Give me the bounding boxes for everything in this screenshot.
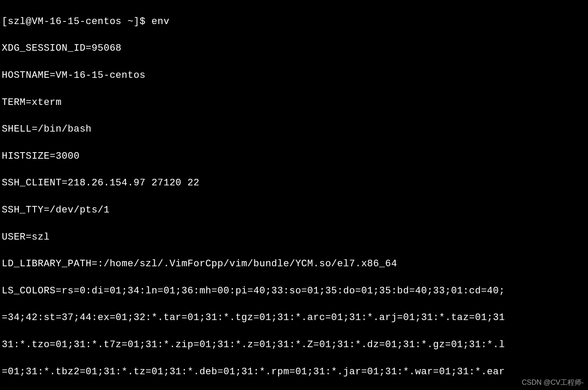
env-line: =01;31:*.tbz2=01;31:*.tz=01;31:*.deb=01;… bbox=[2, 366, 588, 379]
watermark-text: CSDN @CV工程师- bbox=[522, 378, 584, 387]
env-line: SSH_TTY=/dev/pts/1 bbox=[2, 204, 588, 217]
env-line: HOSTNAME=VM-16-15-centos bbox=[2, 69, 588, 83]
env-line: XDG_SESSION_ID=95068 bbox=[2, 42, 588, 56]
env-line: USER=szl bbox=[2, 231, 588, 244]
terminal-output[interactable]: [szl@VM-16-15-centos ~]$ env XDG_SESSION… bbox=[0, 0, 588, 390]
prompt-line: [szl@VM-16-15-centos ~]$ env bbox=[2, 15, 588, 29]
env-line: SSH_CLIENT=218.26.154.97 27120 22 bbox=[2, 177, 588, 190]
env-line: HISTSIZE=3000 bbox=[2, 150, 588, 164]
env-line: 31:*.tzo=01;31:*.t7z=01;31:*.zip=01;31:*… bbox=[2, 338, 588, 352]
env-line: =34;42:st=37;44:ex=01;32:*.tar=01;31:*.t… bbox=[2, 311, 588, 325]
env-line: LD_LIBRARY_PATH=:/home/szl/.VimForCpp/vi… bbox=[2, 258, 588, 271]
env-line: LS_COLORS=rs=0:di=01;34:ln=01;36:mh=00:p… bbox=[2, 285, 588, 298]
env-line: SHELL=/bin/bash bbox=[2, 123, 588, 136]
env-line: TERM=xterm bbox=[2, 96, 588, 110]
